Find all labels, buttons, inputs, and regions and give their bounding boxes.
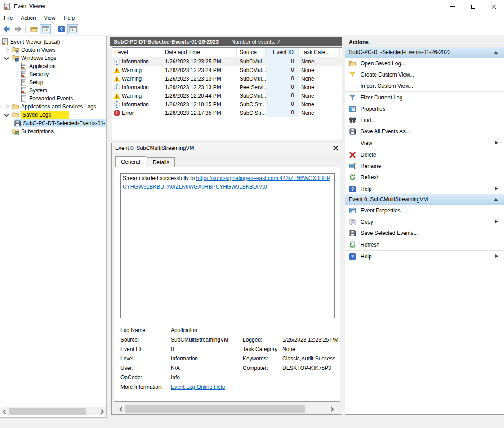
- column-header-source[interactable]: Source: [237, 48, 266, 57]
- action-save-selected-events[interactable]: Save Selected Events...: [345, 227, 504, 239]
- action-label: Properties: [361, 106, 385, 112]
- refresh-icon: [349, 174, 356, 181]
- column-header-level[interactable]: Level: [112, 48, 162, 57]
- tree-item-custom-views[interactable]: Custom Views: [0, 46, 106, 54]
- field-value: 0: [171, 346, 243, 352]
- column-header-task-category[interactable]: Task Cate...: [299, 48, 340, 57]
- submenu-arrow-icon: [495, 220, 498, 223]
- event-row[interactable]: Information 1/26/2023 12:23:13 PM PeerSe…: [112, 83, 342, 91]
- action-label: Delete: [361, 152, 376, 158]
- action-save-all-events-as[interactable]: Save All Events As...: [345, 126, 504, 137]
- actions-section-header-event[interactable]: Event 0, SubCMultiStreamingVM: [345, 194, 504, 205]
- event-row[interactable]: Information 1/26/2023 12:23:25 PM SubCMu…: [112, 57, 342, 66]
- forward-button[interactable]: [13, 24, 23, 34]
- level-text: Warning: [122, 67, 142, 73]
- action-help-event[interactable]: Help: [345, 251, 504, 262]
- expander-expanded-icon[interactable]: [5, 113, 9, 117]
- expander-collapsed-icon[interactable]: [5, 105, 9, 108]
- scrollbar-track[interactable]: [125, 405, 328, 413]
- tab-general[interactable]: General: [115, 156, 146, 167]
- tree-horizontal-scrollbar[interactable]: [1, 407, 106, 415]
- action-import-custom-view[interactable]: Import Custom View...: [345, 80, 504, 91]
- close-preview-icon[interactable]: [333, 145, 338, 150]
- action-help[interactable]: Help: [345, 183, 504, 194]
- detail-horizontal-scrollbar[interactable]: [117, 405, 336, 413]
- expander-collapsed-icon[interactable]: [5, 48, 9, 52]
- action-rename[interactable]: Rename: [345, 160, 504, 171]
- minimize-button[interactable]: [442, 0, 463, 13]
- event-row[interactable]: Warning 1/26/2023 12:23:24 PM SubCMul...…: [112, 66, 342, 74]
- saved-log-icon: [14, 120, 21, 127]
- field-label: Task Category:: [243, 346, 282, 352]
- expander-expanded-icon[interactable]: [5, 56, 9, 60]
- action-copy[interactable]: Copy: [345, 216, 504, 227]
- task-category-cell: None: [299, 101, 340, 108]
- event-row[interactable]: Warning 1/26/2023 12:23:13 PM SubCMul...…: [112, 74, 342, 83]
- menu-help[interactable]: Help: [60, 14, 79, 23]
- column-header-event-id[interactable]: Event ID: [266, 48, 299, 57]
- event-message: Stream started successfully to https://s…: [120, 173, 335, 318]
- source-cell: SubC Str...: [237, 101, 266, 108]
- show-console-tree-button[interactable]: [40, 24, 51, 34]
- close-button[interactable]: [483, 0, 504, 13]
- actions-section-header-log[interactable]: SubC-PC-DT-Selected-Events-01-26-2023: [345, 47, 504, 58]
- action-event-properties[interactable]: Event Properties: [345, 205, 504, 216]
- help-icon: [349, 253, 356, 260]
- actions-panel: Actions SubC-PC-DT-Selected-Events-01-26…: [345, 37, 504, 415]
- tree-item-label: Security: [29, 71, 49, 77]
- floppy-icon: [349, 128, 356, 135]
- open-saved-log-button[interactable]: [28, 24, 39, 34]
- action-create-custom-view[interactable]: Create Custom View...: [345, 69, 504, 80]
- tab-details[interactable]: Details: [147, 157, 175, 167]
- action-open-saved-log[interactable]: Open Saved Log...: [345, 58, 504, 69]
- event-row[interactable]: Warning 1/26/2023 12:20:44 PM SubCMul...…: [112, 91, 342, 100]
- action-find[interactable]: Find...: [345, 114, 504, 126]
- action-properties[interactable]: Properties: [345, 103, 504, 114]
- show-action-pane-button[interactable]: [67, 24, 78, 34]
- action-view[interactable]: View: [345, 137, 504, 149]
- status-bar: [0, 419, 504, 428]
- tree-item-system[interactable]: System: [0, 86, 106, 95]
- subscriptions-icon: [12, 128, 19, 135]
- event-id-cell: 0: [266, 57, 299, 66]
- scroll-right-icon[interactable]: [98, 407, 106, 415]
- saved-logs-highlight: Saved Logs: [21, 111, 69, 119]
- event-row[interactable]: Error 1/26/2023 12:17:35 PM SubC Str... …: [112, 108, 342, 117]
- scrollbar-thumb[interactable]: [9, 408, 86, 415]
- tree-item-setup[interactable]: Setup: [0, 78, 106, 86]
- scroll-left-icon[interactable]: [1, 407, 9, 415]
- menu-file[interactable]: File: [0, 14, 17, 23]
- scrollbar-thumb[interactable]: [125, 405, 305, 413]
- tree-item-application[interactable]: Application: [0, 62, 106, 70]
- tree-item-event-viewer-local[interactable]: Event Viewer (Local): [0, 38, 106, 46]
- scroll-right-icon[interactable]: [328, 405, 336, 413]
- help-button[interactable]: [56, 24, 67, 34]
- scrollbar-track[interactable]: [9, 407, 98, 415]
- window-title: Event Viewer: [14, 3, 45, 9]
- field-label: Source:: [120, 337, 171, 343]
- field-value: SubCMultiStreamingVM: [171, 337, 243, 343]
- menu-action[interactable]: Action: [17, 14, 40, 23]
- action-filter-current-log[interactable]: Filter Current Log...: [345, 92, 504, 103]
- source-cell: SubCMul...: [237, 59, 266, 65]
- datetime-cell: 1/26/2023 12:23:13 PM: [162, 76, 237, 82]
- tree-item-windows-logs[interactable]: Windows Logs: [0, 54, 106, 62]
- scroll-left-icon[interactable]: [117, 405, 125, 413]
- action-refresh[interactable]: Refresh: [345, 171, 504, 183]
- column-header-datetime[interactable]: Date and Time: [162, 48, 237, 57]
- tree-item-applications-and-services-logs[interactable]: Applications and Services Logs: [0, 103, 106, 111]
- tree-item-subscriptions[interactable]: Subscriptions: [0, 127, 106, 135]
- action-label: Create Custom View...: [361, 72, 414, 78]
- tree-item-saved-log-file[interactable]: SubC-PC-DT-Selected-Events-01-: [0, 119, 106, 127]
- menu-view[interactable]: View: [40, 14, 60, 23]
- action-delete[interactable]: Delete: [345, 149, 504, 160]
- back-button[interactable]: [1, 24, 12, 34]
- tree-item-saved-logs[interactable]: Saved Logs: [0, 111, 106, 119]
- maximize-button[interactable]: [463, 0, 483, 13]
- event-row[interactable]: Information 1/26/2023 12:18:15 PM SubC S…: [112, 100, 342, 108]
- action-refresh-event[interactable]: Refresh: [345, 239, 504, 250]
- tree-item-security[interactable]: Security: [0, 70, 106, 78]
- tree-item-forwarded-events[interactable]: Forwarded Events: [0, 95, 106, 103]
- menu-bar: File Action View Help: [0, 13, 504, 23]
- event-log-online-help-link[interactable]: Event Log Online Help: [171, 384, 243, 390]
